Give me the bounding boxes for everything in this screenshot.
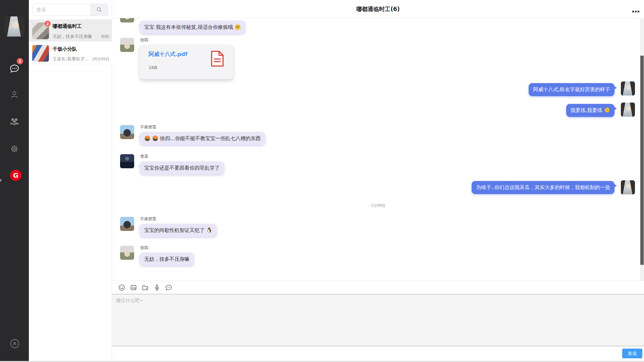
chat-list-item[interactable]: 2 哪都通临时工 无妨，技多不压身嘛 刚刚 [29, 19, 112, 42]
settings-gear-icon [10, 144, 19, 154]
file-size: 1KB [149, 65, 157, 70]
chat-list-preview: 王道长,我看你才... [53, 56, 89, 62]
chat-list-title: 干饭小分队 [53, 46, 77, 52]
chat-panel: 哪都通临时工(6) 宝宝 我这有本祖传秘笈,很适合你修炼哦 🤗 徐四 阿威十八式… [112, 0, 644, 362]
group-avatar [32, 45, 49, 62]
sender-name: 徐四 [140, 245, 148, 251]
image-icon [130, 284, 137, 291]
folder-icon [142, 284, 149, 291]
message-bubble: 我要练,我要练 🫠 [566, 104, 614, 117]
unread-badge: 2 [17, 58, 23, 64]
time-divider: 1分钟前 [112, 203, 644, 208]
message-bubble: 🤬 🤬 徐四…你能不能不教宝宝一些乱七八糟的东西 [140, 132, 265, 145]
unread-badge: 2 [45, 21, 51, 26]
avatar[interactable] [120, 246, 134, 260]
chat-history-button[interactable] [165, 284, 173, 292]
chat-bubble-icon [9, 63, 20, 74]
avatar[interactable] [120, 125, 134, 139]
message-bubble: 无妨，技多不压身嘛 [140, 253, 194, 266]
file-attachment-card[interactable]: 阿威十八式.pdf 1KB [140, 45, 233, 79]
file-name-link[interactable]: 阿威十八式.pdf [149, 51, 187, 58]
message-input[interactable] [112, 294, 644, 346]
avatar[interactable] [621, 81, 635, 96]
chat-history-icon [165, 284, 172, 291]
avatar[interactable] [621, 103, 635, 117]
avatar[interactable] [120, 38, 134, 52]
search-icon [96, 7, 102, 13]
chat-list-time: 刚刚 [101, 34, 109, 40]
sender-name: 不摇碧莲 [140, 216, 156, 222]
composer: 发送 [112, 281, 644, 362]
pdf-document-icon [210, 50, 224, 67]
chat-header: 哪都通临时工(6) [112, 0, 644, 18]
message-bubble: 阿威十八式,听名字就好厉害的样子 [529, 83, 614, 96]
chat-list-title: 哪都通临时工 [53, 23, 82, 29]
message-bubble: 宝宝你还是不要跟着你四哥乱学了 [140, 162, 224, 175]
sidebar-settings-button[interactable] [0, 142, 29, 156]
microphone-icon [153, 284, 161, 291]
chat-list-item[interactable]: 干饭小分队 王道长,我看你才... 26分钟前 [29, 42, 112, 64]
message-bubble: 为啥子..你们总说我呆瓜，其实大多的时候，我都机制的一批 [472, 181, 614, 194]
chat-title: 哪都通临时工(6) [112, 5, 644, 13]
voice-button[interactable] [153, 284, 161, 292]
composer-toolbar [112, 281, 644, 294]
group-chat-icon [9, 117, 19, 126]
message-area: 宝宝 我这有本祖传秘笈,很适合你修炼哦 🤗 徐四 阿威十八式.pdf 1KB [112, 18, 644, 281]
sender-name: 不摇碧莲 [140, 124, 156, 130]
scrollbar[interactable] [640, 19, 644, 281]
emoji-button[interactable] [118, 284, 126, 292]
file-folder-button[interactable] [141, 284, 149, 292]
close-circle-icon [10, 339, 20, 349]
app-logo-g[interactable]: G [10, 170, 21, 181]
send-button[interactable]: 发送 [622, 349, 642, 358]
contacts-icon [10, 90, 19, 99]
avatar[interactable] [120, 154, 134, 168]
search-button[interactable] [91, 4, 108, 15]
sender-name: 老孟 [140, 154, 148, 159]
message-bubble: 宝宝 我这有本祖传秘笈,很适合你修炼哦 🤗 [140, 21, 245, 34]
app-window: 2 [0, 0, 644, 362]
sidebar-chats-button[interactable]: 2 [0, 62, 29, 75]
collapse-handle-icon[interactable] [0, 179, 2, 182]
message-input-wrap [112, 294, 644, 346]
chat-list-preview: 无妨，技多不压身嘛 [53, 34, 92, 40]
image-button[interactable] [129, 284, 138, 292]
scrollbar-thumb[interactable] [640, 56, 644, 265]
search-bar [32, 4, 108, 16]
send-row: 发送 [112, 346, 644, 362]
avatar[interactable] [120, 217, 134, 231]
chat-list-panel: 2 哪都通临时工 无妨，技多不压身嘛 刚刚 干饭小分队 王道长,我看你才... … [29, 0, 112, 362]
more-options-button[interactable] [632, 11, 639, 12]
sidebar-groups-button[interactable] [0, 115, 29, 128]
search-input[interactable] [33, 4, 91, 15]
sidebar-contacts-button[interactable] [0, 88, 29, 101]
close-button[interactable] [10, 339, 20, 349]
group-avatar: 2 [32, 22, 49, 39]
avatar[interactable] [621, 180, 635, 194]
user-avatar[interactable] [4, 16, 24, 37]
chat-list-time: 26分钟前 [92, 56, 109, 62]
sidebar: 2 [0, 0, 29, 362]
emoji-icon [118, 284, 125, 291]
sender-name: 徐四 [140, 37, 148, 43]
avatar[interactable] [120, 18, 134, 22]
message-bubble: 宝宝的间歇性机智证又犯了 🐧 [140, 224, 217, 237]
